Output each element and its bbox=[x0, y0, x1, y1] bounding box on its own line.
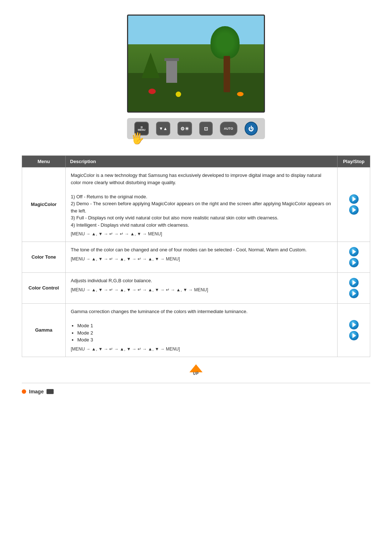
flower-red bbox=[148, 89, 156, 94]
up-triangle-icon bbox=[189, 364, 203, 372]
playstop-cell-magiccolor[interactable] bbox=[338, 167, 370, 242]
up-button-section: UP bbox=[22, 364, 370, 376]
menu-cell-colortone: Color Tone bbox=[22, 242, 66, 273]
table-row: Color Control Adjusts individual R,G,B c… bbox=[22, 273, 370, 304]
desc-item-3: 4) Intelligent - Displays vivid natural … bbox=[71, 222, 332, 229]
playstop-cell-colorcontrol[interactable] bbox=[338, 273, 370, 304]
menu-cell-gamma: Gamma bbox=[22, 304, 66, 357]
pagoda bbox=[166, 61, 177, 83]
power-button[interactable]: ⏻ bbox=[245, 122, 258, 135]
gamma-mode-2: Mode 2 bbox=[77, 329, 332, 337]
playstop-header: Play/Stop bbox=[338, 156, 370, 167]
menu-header: Menu bbox=[22, 156, 66, 167]
monitor-section: 🖐 ☰MENU ▼▲ ⚙☀ ⊡ AUTO ⏻ bbox=[22, 15, 370, 145]
gamma-mode-3: Mode 3 bbox=[77, 336, 332, 344]
menu-cell-magiccolor: MagicColor bbox=[22, 167, 66, 242]
play-button-8[interactable] bbox=[349, 331, 359, 340]
menu-label: Color Tone bbox=[32, 254, 56, 260]
bottom-divider bbox=[22, 383, 370, 383]
up-label: UP bbox=[193, 372, 199, 376]
menu-label: Gamma bbox=[35, 327, 53, 333]
play-button-4[interactable] bbox=[349, 258, 359, 267]
play-button-1[interactable] bbox=[349, 194, 359, 204]
playstop-cell-gamma[interactable] bbox=[338, 304, 370, 357]
pine-tree bbox=[142, 53, 160, 78]
menu-path: [MENU → ▲, ▼ → ↵ → ▲, ▼ → ↵ → ▲, ▼ → MEN… bbox=[71, 346, 332, 352]
image-label: Image bbox=[29, 389, 44, 394]
desc-intro: The tone of the color can be changed and… bbox=[71, 246, 332, 254]
description-header: Description bbox=[66, 156, 338, 167]
auto-button[interactable]: AUTO bbox=[220, 122, 237, 135]
desc-intro: Gamma correction changes the luminance o… bbox=[71, 308, 332, 315]
menu-cell-colorcontrol: Color Control bbox=[22, 273, 66, 304]
table-row: MagicColor MagicColor is a new technolog… bbox=[22, 167, 370, 242]
desc-intro: Adjusts individual R,G,B color balance. bbox=[71, 277, 332, 284]
play-button-6[interactable] bbox=[349, 289, 359, 298]
gamma-mode-1: Mode 1 bbox=[77, 322, 332, 329]
info-table: Menu Description Play/Stop MagicColor Ma… bbox=[22, 155, 370, 357]
play-button-2[interactable] bbox=[349, 205, 359, 215]
desc-cell-colorcontrol: Adjusts individual R,G,B color balance. … bbox=[66, 273, 338, 304]
table-row: Color Tone The tone of the color can be … bbox=[22, 242, 370, 273]
menu-label: Color Control bbox=[29, 285, 59, 291]
menu-path: [MENU → ▲, ▼ → ↵ → ↵ → ▲, ▼ → MENU] bbox=[71, 231, 332, 237]
screen-scene bbox=[128, 16, 264, 112]
play-button-5[interactable] bbox=[349, 278, 359, 287]
image-icon bbox=[46, 389, 54, 394]
up-button[interactable]: UP bbox=[189, 364, 203, 376]
flower-yellow bbox=[176, 92, 181, 97]
tree-foliage bbox=[211, 26, 240, 59]
hand-cursor-icon: 🖐 bbox=[131, 132, 144, 145]
play-button-3[interactable] bbox=[349, 247, 359, 256]
page-wrapper: 🖐 ☰MENU ▼▲ ⚙☀ ⊡ AUTO ⏻ Menu bbox=[0, 0, 392, 409]
control-panel: 🖐 ☰MENU ▼▲ ⚙☀ ⊡ AUTO ⏻ bbox=[127, 118, 265, 139]
desc-item-1: 2) Demo - The screen before applying Mag… bbox=[71, 200, 332, 214]
desc-cell-magiccolor: MagicColor is a new technology that Sams… bbox=[66, 167, 338, 242]
desc-intro: MagicColor is a new technology that Sams… bbox=[71, 172, 332, 186]
magic-button[interactable]: ⚙☀ bbox=[177, 122, 192, 135]
menu-path: [MENU → ▲, ▼ → ↵ → ▲, ▼ → ↵ → ▲, ▼ → MEN… bbox=[71, 256, 332, 262]
desc-item-2: 3) Full - Displays not only vivid natura… bbox=[71, 214, 332, 222]
orange-dot-icon bbox=[22, 389, 26, 394]
table-row: Gamma Gamma correction changes the lumin… bbox=[22, 304, 370, 357]
desc-item-0: 1) Off - Returns to the original mode. bbox=[71, 193, 332, 200]
menu-label: MagicColor bbox=[31, 202, 57, 207]
image-section: Image bbox=[22, 389, 370, 394]
playstop-cell-colortone[interactable] bbox=[338, 242, 370, 273]
flower-orange bbox=[237, 92, 244, 96]
input-button[interactable]: ⊡ bbox=[199, 122, 213, 135]
gamma-mode-list: Mode 1 Mode 2 Mode 3 bbox=[77, 322, 332, 344]
play-button-7[interactable] bbox=[349, 320, 359, 329]
desc-cell-colortone: The tone of the color can be changed and… bbox=[66, 242, 338, 273]
monitor-frame bbox=[127, 15, 265, 113]
menu-path: [MENU → ▲, ▼ → ↵ → ▲, ▼ → ↵ → ▲, ▼ → ↵ →… bbox=[71, 287, 332, 293]
desc-cell-gamma: Gamma correction changes the luminance o… bbox=[66, 304, 338, 357]
nav-button[interactable]: ▼▲ bbox=[156, 122, 170, 135]
tree-trunk bbox=[224, 56, 230, 92]
